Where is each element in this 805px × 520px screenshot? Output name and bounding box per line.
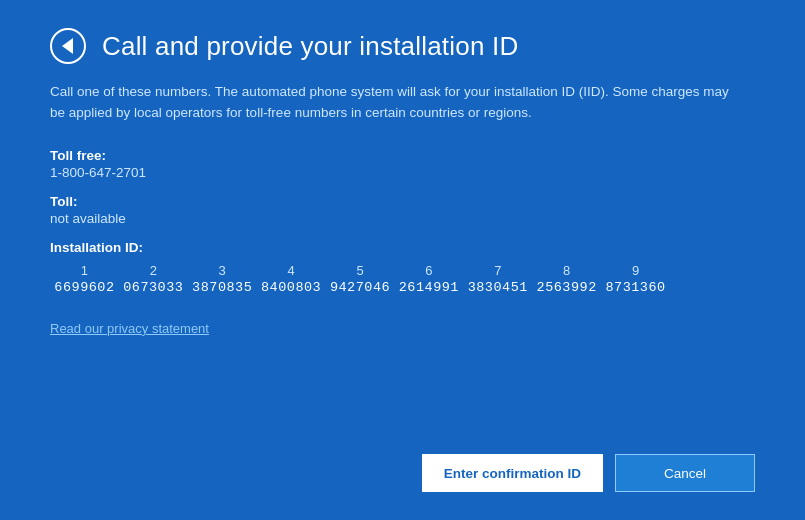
- installation-id-section: Installation ID: 123456789 6699602067303…: [50, 240, 755, 295]
- id-col-num-7: 7: [463, 263, 532, 280]
- toll-free-section: Toll free: 1-800-647-2701: [50, 148, 755, 180]
- id-col-val-6: 2614991: [394, 280, 463, 295]
- footer: Enter confirmation ID Cancel: [50, 454, 755, 492]
- back-arrow-icon: [62, 38, 73, 54]
- page-header: Call and provide your installation ID: [50, 28, 755, 64]
- toll-value: not available: [50, 211, 755, 226]
- toll-free-value: 1-800-647-2701: [50, 165, 755, 180]
- page-description: Call one of these numbers. The automated…: [50, 82, 730, 124]
- id-col-val-8: 2563992: [532, 280, 601, 295]
- privacy-link[interactable]: Read our privacy statement: [50, 321, 755, 336]
- id-col-num-9: 9: [601, 263, 670, 280]
- id-col-num-4: 4: [257, 263, 326, 280]
- toll-free-label: Toll free:: [50, 148, 755, 163]
- id-col-val-2: 0673033: [119, 280, 188, 295]
- id-col-val-1: 6699602: [50, 280, 119, 295]
- id-col-num-3: 3: [188, 263, 257, 280]
- back-button[interactable]: [50, 28, 86, 64]
- id-col-num-2: 2: [119, 263, 188, 280]
- id-col-val-7: 3830451: [463, 280, 532, 295]
- toll-label: Toll:: [50, 194, 755, 209]
- enter-confirmation-button[interactable]: Enter confirmation ID: [422, 454, 603, 492]
- installation-id-grid: 123456789: [50, 263, 670, 280]
- id-col-num-8: 8: [532, 263, 601, 280]
- id-col-val-3: 3870835: [188, 280, 257, 295]
- id-col-val-9: 8731360: [601, 280, 670, 295]
- cancel-button[interactable]: Cancel: [615, 454, 755, 492]
- main-container: Call and provide your installation ID Ca…: [0, 0, 805, 520]
- id-col-num-5: 5: [326, 263, 395, 280]
- installation-id-label: Installation ID:: [50, 240, 755, 255]
- id-col-num-6: 6: [394, 263, 463, 280]
- installation-id-values-grid: 6699602067303338708358400803942704626149…: [50, 280, 670, 295]
- id-col-val-5: 9427046: [326, 280, 395, 295]
- id-col-num-1: 1: [50, 263, 119, 280]
- page-title: Call and provide your installation ID: [102, 31, 518, 62]
- toll-section: Toll: not available: [50, 194, 755, 226]
- id-col-val-4: 8400803: [257, 280, 326, 295]
